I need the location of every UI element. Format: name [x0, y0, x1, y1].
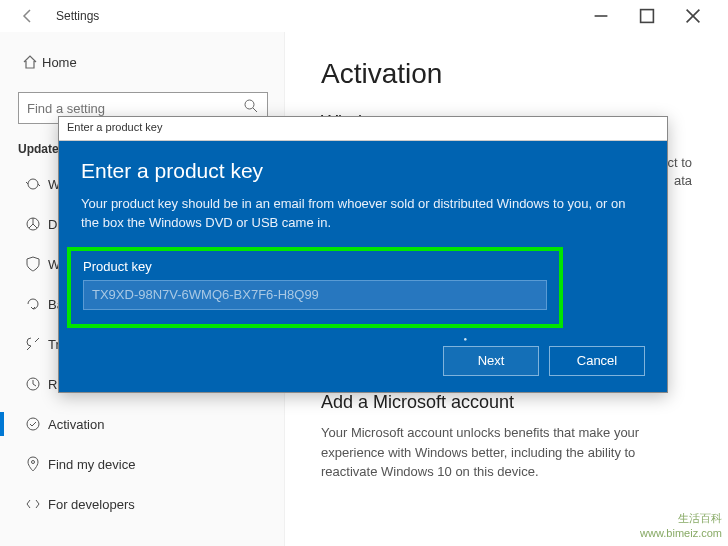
activation-icon: [18, 416, 48, 432]
svg-point-6: [27, 418, 39, 430]
window-title: Settings: [56, 9, 99, 23]
backup-icon: [18, 296, 48, 312]
sidebar-item-label: For developers: [48, 497, 135, 512]
window-controls: [578, 0, 716, 32]
developers-icon: [18, 496, 48, 512]
delivery-icon: [18, 216, 48, 232]
close-button[interactable]: [670, 0, 716, 32]
ms-account-body: Your Microsoft account unlocks benefits …: [321, 423, 692, 482]
dialog-titlebar: Enter a product key: [59, 117, 667, 141]
sidebar-item-for-developers[interactable]: For developers: [18, 484, 284, 524]
troubleshoot-icon: [18, 336, 48, 352]
page-heading: Activation: [321, 58, 692, 90]
svg-rect-1: [641, 10, 654, 23]
search-input[interactable]: [27, 101, 243, 116]
svg-line-3: [253, 108, 257, 112]
svg-point-2: [245, 100, 254, 109]
ms-account-title: Add a Microsoft account: [321, 392, 692, 413]
product-key-label: Product key: [83, 259, 547, 274]
sidebar-item-label: Find my device: [48, 457, 135, 472]
shield-icon: [18, 256, 48, 272]
sidebar-item-label: Activation: [48, 417, 104, 432]
sync-icon: [18, 176, 48, 192]
maximize-icon: [639, 8, 655, 24]
minimize-icon: [593, 8, 609, 24]
watermark-line1: 生活百科: [640, 511, 722, 525]
cancel-button[interactable]: Cancel: [549, 346, 645, 376]
sidebar-home-label: Home: [42, 55, 77, 70]
maximize-button[interactable]: [624, 0, 670, 32]
product-key-input[interactable]: [83, 280, 547, 310]
highlight-annotation: Product key: [67, 247, 563, 328]
partial-text-2: ata: [674, 173, 692, 188]
minimize-button[interactable]: [578, 0, 624, 32]
recovery-icon: [18, 376, 48, 392]
location-icon: [18, 456, 48, 472]
dialog-description: Your product key should be in an email f…: [81, 195, 645, 233]
sidebar-home[interactable]: Home: [18, 44, 284, 80]
svg-point-7: [32, 461, 35, 464]
sidebar-item-find-my-device[interactable]: Find my device: [18, 444, 284, 484]
sidebar-item-activation[interactable]: Activation: [18, 404, 284, 444]
product-key-dialog: Enter a product key Enter a product key …: [58, 116, 668, 393]
close-icon: [685, 8, 701, 24]
titlebar: Settings: [0, 0, 728, 32]
dialog-heading: Enter a product key: [81, 159, 645, 183]
next-button[interactable]: Next: [443, 346, 539, 376]
back-button[interactable]: [12, 0, 44, 32]
cursor-dot: ●: [463, 336, 467, 342]
watermark-line2: www.bimeiz.com: [640, 526, 722, 540]
arrow-left-icon: [20, 8, 36, 24]
watermark: 生活百科 www.bimeiz.com: [640, 511, 722, 540]
search-icon: [243, 98, 259, 118]
partial-text-1: ct to: [667, 155, 692, 170]
home-icon: [18, 54, 42, 70]
